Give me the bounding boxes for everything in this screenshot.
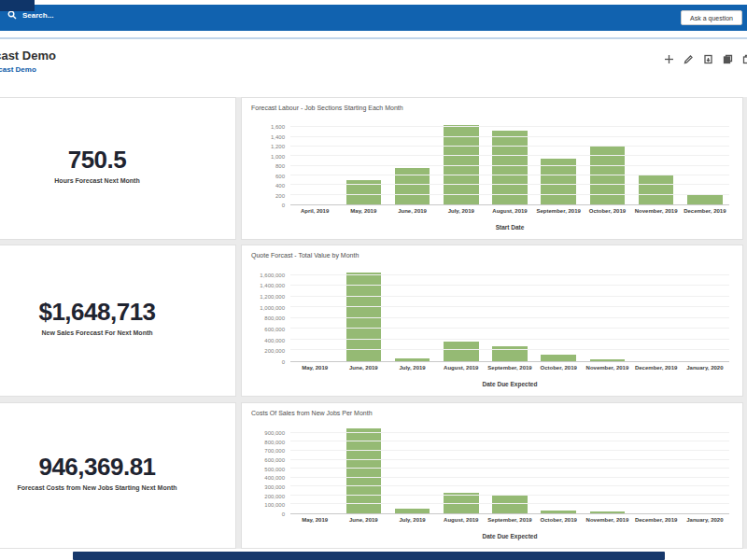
gridline bbox=[290, 450, 729, 451]
y-tick-label: 0 bbox=[282, 511, 285, 517]
bar-slot bbox=[681, 122, 729, 204]
x-axis: May, 2019June, 2019July, 2019August, 201… bbox=[290, 517, 729, 525]
x-tick-label: September, 2019 bbox=[534, 208, 583, 217]
x-axis-title: Start Date bbox=[290, 224, 729, 231]
x-tick-label: June, 2019 bbox=[339, 517, 388, 525]
gridline bbox=[290, 503, 729, 504]
x-tick-label: June, 2019 bbox=[339, 365, 388, 373]
x-tick-label: November, 2019 bbox=[583, 365, 631, 373]
y-tick-label: 1,000,000 bbox=[260, 305, 285, 311]
y-tick-label: 200,000 bbox=[264, 348, 285, 354]
y-tick-label: 1,200,000 bbox=[260, 294, 285, 300]
y-axis: 0100,000200,000300,000400,000500,000600,… bbox=[242, 427, 285, 514]
bar-slot bbox=[388, 122, 436, 204]
bar-slot bbox=[583, 270, 631, 361]
x-tick-label: May, 2019 bbox=[290, 365, 339, 373]
x-tick-label: August, 2019 bbox=[486, 208, 534, 217]
gridline bbox=[290, 136, 729, 137]
gridline bbox=[290, 485, 729, 486]
x-tick-label: November, 2019 bbox=[583, 517, 631, 525]
bars bbox=[290, 122, 729, 204]
ask-question-button[interactable]: Ask a question bbox=[681, 10, 742, 25]
dashboard-screen: Search... Ask a question Forecast Demo F… bbox=[0, 0, 747, 560]
y-tick-label: 500,000 bbox=[264, 467, 285, 472]
gridline bbox=[290, 468, 729, 469]
x-axis: April, 2019May, 2019June, 2019July, 2019… bbox=[290, 208, 729, 217]
search-icon bbox=[7, 10, 17, 20]
bar[interactable] bbox=[444, 342, 479, 361]
x-tick-label: October, 2019 bbox=[534, 365, 583, 373]
plot-area bbox=[290, 427, 729, 514]
y-tick-label: 300,000 bbox=[264, 484, 285, 490]
gridline bbox=[290, 165, 729, 166]
y-tick-label: 800,000 bbox=[264, 440, 285, 445]
y-tick-label: 400,000 bbox=[264, 475, 285, 481]
x-tick-label: January, 2020 bbox=[681, 517, 729, 525]
plot-area bbox=[290, 270, 729, 362]
x-tick-label: May, 2019 bbox=[290, 517, 339, 525]
gridline bbox=[290, 194, 729, 195]
bar-slot bbox=[681, 270, 729, 361]
y-tick-label: 1,400,000 bbox=[260, 283, 285, 288]
x-tick-label: August, 2019 bbox=[437, 365, 486, 373]
y-tick-label: 100,000 bbox=[264, 502, 285, 508]
kpi-value: 946,369.81 bbox=[38, 453, 155, 482]
edit-icon[interactable] bbox=[683, 53, 694, 64]
bar[interactable] bbox=[639, 175, 674, 204]
bar-slot bbox=[437, 122, 486, 204]
bar[interactable] bbox=[541, 511, 576, 513]
y-tick-label: 1,200 bbox=[271, 144, 285, 149]
x-tick-label: January, 2020 bbox=[681, 365, 729, 373]
bar-slot bbox=[486, 122, 534, 204]
x-tick-label: June, 2019 bbox=[388, 208, 436, 217]
plot-area bbox=[290, 122, 729, 205]
y-tick-label: 700,000 bbox=[264, 448, 285, 454]
export-icon[interactable] bbox=[702, 53, 713, 64]
bar-slot bbox=[339, 270, 388, 361]
x-tick-label: December, 2019 bbox=[632, 517, 681, 525]
title-area: Forecast Demo Forecast Demo bbox=[0, 47, 392, 78]
chart-card-costs-of-sales: Costs Of Sales from New Jobs Per Month 0… bbox=[241, 402, 743, 549]
gridline bbox=[290, 495, 729, 496]
top-nav-bar: Search... Ask a question bbox=[0, 5, 747, 31]
gridline bbox=[290, 155, 729, 156]
kpi-label: Forecast Costs from New Jobs Starting Ne… bbox=[17, 484, 176, 491]
bar[interactable] bbox=[541, 355, 576, 361]
more-icon[interactable] bbox=[741, 53, 747, 64]
y-tick-label: 900,000 bbox=[264, 430, 285, 436]
bar-slot bbox=[437, 270, 486, 361]
y-tick-label: 600,000 bbox=[264, 457, 285, 463]
x-tick-label: September, 2019 bbox=[486, 517, 534, 525]
gridline bbox=[290, 349, 729, 350]
gridline bbox=[290, 441, 729, 441]
gridline bbox=[290, 328, 729, 329]
bar-slot bbox=[534, 122, 583, 204]
x-tick-label: September, 2019 bbox=[486, 365, 534, 373]
breadcrumb-link[interactable]: Forecast Demo bbox=[0, 65, 36, 74]
y-tick-label: 1,600,000 bbox=[260, 273, 285, 278]
kpi-card-hours-forecast: 750.5 Hours Forecast Next Month bbox=[0, 97, 236, 240]
bar-slot bbox=[583, 122, 631, 204]
bar[interactable] bbox=[492, 346, 528, 361]
x-tick-label: November, 2019 bbox=[632, 208, 681, 217]
bar[interactable] bbox=[395, 509, 430, 513]
copy-icon[interactable] bbox=[722, 53, 733, 64]
bar[interactable] bbox=[590, 511, 626, 513]
gridline bbox=[290, 146, 729, 147]
kpi-value: $1,648,713 bbox=[38, 298, 155, 327]
report-canvas: 750.5 Hours Forecast Next Month Forecast… bbox=[0, 97, 747, 549]
nav-corner-chip bbox=[0, 0, 35, 11]
bar-slot bbox=[290, 122, 339, 204]
y-tick-label: 0 bbox=[282, 359, 285, 365]
gridline bbox=[290, 339, 729, 340]
bar-slot bbox=[632, 122, 681, 204]
search-input[interactable]: Search... bbox=[7, 10, 53, 20]
bar[interactable] bbox=[590, 359, 626, 361]
add-icon[interactable] bbox=[663, 53, 674, 64]
bar[interactable] bbox=[395, 358, 430, 361]
bar[interactable] bbox=[687, 194, 723, 204]
chart-card-quote-forecast: Quote Forcast - Total Value by Month 020… bbox=[241, 245, 743, 397]
bar[interactable] bbox=[492, 496, 528, 513]
kpi-value: 750.5 bbox=[68, 146, 127, 175]
gridline bbox=[290, 126, 729, 127]
